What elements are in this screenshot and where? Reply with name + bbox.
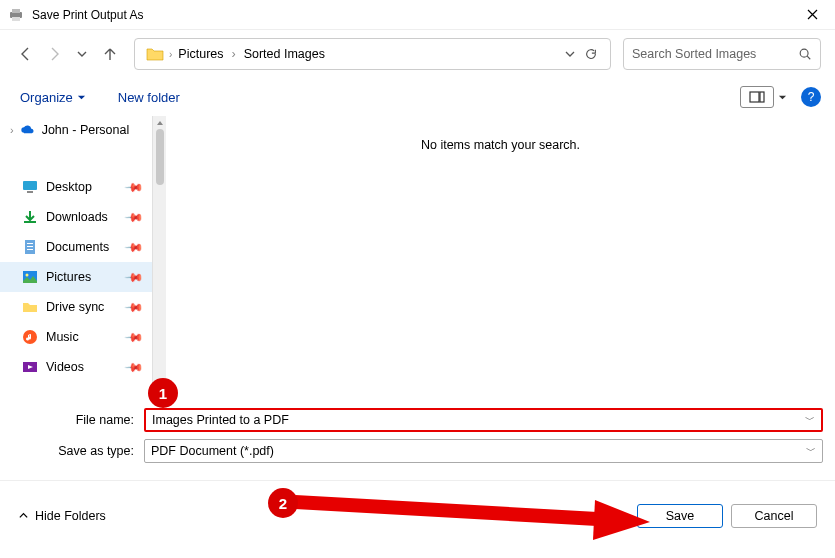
pin-icon: 📌 <box>124 237 145 258</box>
sidebar-item-label: Music <box>46 330 79 344</box>
sidebar-item-downloads[interactable]: Downloads 📌 <box>0 202 152 232</box>
file-list: No items match your search. <box>166 116 835 402</box>
view-icon <box>749 91 765 103</box>
annotation-badge-1: 1 <box>148 378 178 408</box>
chevron-up-icon <box>18 510 29 521</box>
titlebar: Save Print Output As <box>0 0 835 30</box>
music-icon <box>22 329 38 345</box>
svg-rect-1 <box>12 9 20 13</box>
hide-folders-button[interactable]: Hide Folders <box>18 509 106 523</box>
filename-label: File name: <box>12 413 144 427</box>
close-icon <box>807 9 818 20</box>
sidebar-scrollbar[interactable] <box>152 116 166 402</box>
chevron-down-icon[interactable]: ﹀ <box>806 444 816 458</box>
sidebar-item-documents[interactable]: Documents 📌 <box>0 232 152 262</box>
filename-input[interactable]: Images Printed to a PDF ﹀ <box>144 408 823 432</box>
sidebar-item-desktop[interactable]: Desktop 📌 <box>0 172 152 202</box>
onedrive-icon <box>20 122 36 138</box>
back-button[interactable] <box>14 42 38 66</box>
sidebar-item-label: Downloads <box>46 210 108 224</box>
filename-value: Images Printed to a PDF <box>152 413 289 427</box>
help-button[interactable]: ? <box>801 87 821 107</box>
svg-point-3 <box>800 49 808 57</box>
breadcrumb-pictures[interactable]: Pictures› <box>174 47 239 61</box>
scrollbar-thumb[interactable] <box>156 129 164 185</box>
sidebar-item-label: Videos <box>46 360 84 374</box>
tree-root-label: John - Personal <box>42 123 130 137</box>
svg-rect-6 <box>23 181 37 190</box>
pictures-icon <box>22 269 38 285</box>
pin-icon: 📌 <box>124 267 145 288</box>
pin-icon: 📌 <box>124 357 145 378</box>
svg-rect-4 <box>750 92 759 102</box>
sidebar-item-label: Desktop <box>46 180 92 194</box>
scroll-up-icon <box>156 119 164 127</box>
caret-down-icon <box>77 93 86 102</box>
nav-tree: › John - Personal Desktop 📌 Downloads 📌 … <box>0 116 152 402</box>
pin-icon: 📌 <box>124 327 145 348</box>
pin-icon: 📌 <box>124 177 145 198</box>
refresh-icon[interactable] <box>584 47 598 61</box>
address-bar[interactable]: › Pictures› Sorted Images <box>134 38 611 70</box>
breadcrumb-sorted-images[interactable]: Sorted Images <box>240 47 329 61</box>
folder-icon <box>145 44 165 64</box>
svg-rect-9 <box>27 243 33 244</box>
svg-point-13 <box>26 274 29 277</box>
window-close-button[interactable] <box>789 0 835 30</box>
search-placeholder: Search Sorted Images <box>632 47 756 61</box>
view-mode-button[interactable] <box>740 86 774 108</box>
body: › John - Personal Desktop 📌 Downloads 📌 … <box>0 116 835 402</box>
svg-rect-10 <box>27 246 33 247</box>
app-icon <box>8 7 24 23</box>
pin-icon: 📌 <box>124 207 145 228</box>
chevron-right-icon: › <box>10 124 14 136</box>
chevron-down-icon[interactable]: ﹀ <box>805 413 815 427</box>
tree-root[interactable]: › John - Personal <box>0 118 152 146</box>
help-icon: ? <box>808 90 815 104</box>
sidebar-item-music[interactable]: Music 📌 <box>0 322 152 352</box>
sidebar-item-drive-sync[interactable]: Drive sync 📌 <box>0 292 152 322</box>
annotation-badge-2: 2 <box>268 488 298 518</box>
form-area: File name: Images Printed to a PDF ﹀ Sav… <box>0 402 835 480</box>
up-button[interactable] <box>98 42 122 66</box>
sidebar-item-videos[interactable]: Videos 📌 <box>0 352 152 382</box>
save-as-type-select[interactable]: PDF Document (*.pdf) ﹀ <box>144 439 823 463</box>
sidebar-item-pictures[interactable]: Pictures 📌 <box>0 262 152 292</box>
svg-rect-5 <box>760 92 764 102</box>
view-caret-icon[interactable] <box>778 93 787 102</box>
svg-rect-11 <box>27 249 33 250</box>
cancel-button[interactable]: Cancel <box>731 504 817 528</box>
empty-message: No items match your search. <box>421 138 580 402</box>
nav-row: › Pictures› Sorted Images Search Sorted … <box>0 30 835 78</box>
pin-icon: 📌 <box>124 297 145 318</box>
sidebar-item-label: Documents <box>46 240 109 254</box>
toolbar: Organize New folder ? <box>0 78 835 116</box>
sidebar-item-label: Drive sync <box>46 300 104 314</box>
save-as-type-label: Save as type: <box>12 444 144 458</box>
desktop-icon <box>22 179 38 195</box>
chevron-down-icon[interactable] <box>564 48 576 60</box>
documents-icon <box>22 239 38 255</box>
search-icon <box>798 47 812 61</box>
recent-dropdown[interactable] <box>70 42 94 66</box>
svg-rect-7 <box>27 191 33 193</box>
annotation-arrow <box>295 490 655 540</box>
videos-icon <box>22 359 38 375</box>
new-folder-button[interactable]: New folder <box>112 86 186 109</box>
svg-rect-2 <box>12 17 20 21</box>
organize-menu[interactable]: Organize <box>14 86 92 109</box>
chevron-right-icon: › <box>167 49 174 60</box>
window-title: Save Print Output As <box>32 8 789 22</box>
forward-button[interactable] <box>42 42 66 66</box>
folder-icon <box>22 299 38 315</box>
search-input[interactable]: Search Sorted Images <box>623 38 821 70</box>
sidebar-item-label: Pictures <box>46 270 91 284</box>
save-as-type-value: PDF Document (*.pdf) <box>151 444 274 458</box>
downloads-icon <box>22 209 38 225</box>
